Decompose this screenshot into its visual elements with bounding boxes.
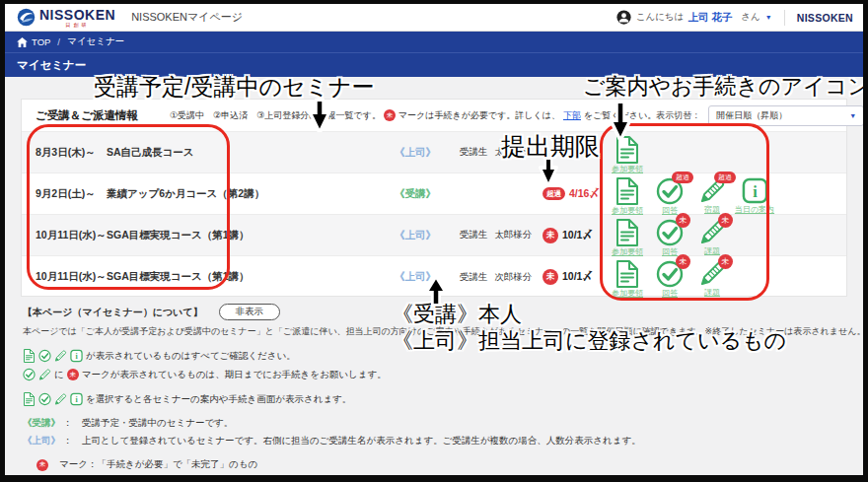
top-bar: NISSOKEN 日創研 NISSOKENマイページ こんにちは 上司 花子 さ…	[5, 4, 863, 32]
document-icon	[615, 177, 639, 205]
deadline-cell: 未 10/1〆	[542, 269, 612, 285]
pencil-icon	[54, 349, 67, 363]
kadai-pencil-icon[interactable]: 未 課題	[694, 219, 730, 257]
role-tag: 《受講》	[371, 187, 460, 201]
greeting-text: こんにちは	[636, 11, 685, 24]
logo-subtext: 日創研	[39, 23, 115, 28]
student-cell: 受講生太郎様分	[460, 146, 542, 159]
about-title: 【本ページ（マイセミナー）について】	[23, 306, 203, 319]
user-menu-caret-icon[interactable]: ▼	[765, 14, 772, 21]
mi-badge-icon: 未	[36, 459, 48, 471]
nissoken-logo[interactable]: NISSOKEN 日創研	[17, 8, 115, 28]
info-icon	[70, 392, 83, 406]
document-icon	[23, 349, 36, 363]
deadline-date: 4/16〆	[569, 187, 600, 201]
sankayoryo-doc-icon[interactable]: 参加要領	[610, 136, 645, 174]
hide-button[interactable]: 非表示	[219, 304, 281, 320]
screenshot-frame: NISSOKEN 日創研 NISSOKENマイページ こんにちは 上司 花子 さ…	[0, 0, 868, 482]
user-name: 上司 花子	[687, 11, 732, 25]
choka-badge: 超過	[542, 187, 565, 200]
legend-check-all: が表示されているものはすべてご確認ください。	[23, 349, 845, 363]
seminar-date: 10月11日(水)～	[36, 229, 107, 242]
student-cell: 受講生次郎様分	[460, 271, 542, 284]
action-icons: 参加要領 未 回答 未 課題	[610, 260, 730, 299]
choka-badge: 超過	[714, 172, 736, 183]
deadline-cell: 未 10/1〆	[542, 228, 612, 243]
action-icons: 参加要領 未 回答 未 課題	[610, 219, 730, 257]
legend-joshi: 《上司》： 上司として登録されているセミナーです。右側に担当のご受講生名が表示さ…	[23, 435, 845, 448]
deadline-date: 10/1〆	[562, 270, 593, 284]
mi-badge: 未	[542, 269, 558, 285]
seminar-table-card: ご受講＆ご派遣情報 ①受講中 ②申込済 ③上司登録分の情報一覧です。 未 マーク…	[21, 99, 847, 297]
table-note: ①受講中 ②申込済 ③上司登録分の情報一覧です。 未 マークは手続きが必要です。…	[170, 109, 656, 122]
table-row: 10月11日(水)～ SGA目標実現コース（第1講） 《上司》 受講生太郎様分 …	[22, 215, 846, 256]
legend-select-line: を選択すると各セミナーの案内や手続き画面が表示されます。	[23, 392, 845, 406]
choka-badge: 超過	[672, 172, 693, 183]
seminar-date: 9月2日(土)～	[36, 187, 107, 201]
mi-badge: 未	[676, 213, 690, 228]
document-icon	[23, 392, 36, 406]
about-text: 本ページでは「ご本人が受講予定および受講中のセミナー」と「ご派遣に伴い、担当上司…	[23, 325, 845, 338]
document-icon	[615, 219, 639, 246]
sort-dropdown[interactable]: 開催日順（昇順） ▼	[708, 105, 863, 126]
kadai-pencil-icon[interactable]: 未 課題	[694, 260, 730, 299]
logo-text: NISSOKEN	[39, 8, 115, 22]
section-title: ご受講＆ご派遣情報	[36, 108, 138, 123]
role-tag: 《上司》	[371, 146, 460, 160]
page-title: マイセミナー	[17, 58, 86, 73]
page-title-bar: マイセミナー	[5, 53, 863, 77]
sort-label: 表示切替：	[656, 109, 700, 122]
table-row: 10月11日(水)～ SGA目標実現コース（第1講） 《上司》 受講生次郎様分 …	[22, 256, 846, 298]
deadline-cell: 超過 4/16〆	[542, 187, 612, 201]
mi-badge-icon: 未	[67, 369, 79, 380]
seminar-title: 業績アップ6か月コース（第2講）	[107, 187, 371, 201]
lower-section-link[interactable]: 下部	[563, 109, 581, 122]
home-icon	[17, 37, 28, 47]
seminar-title: SGA目標実現コース（第1講）	[107, 270, 371, 284]
user-menu[interactable]: こんにちは 上司 花子 さん ▼ NISSOKEN	[616, 10, 853, 26]
table-header: ご受講＆ご派遣情報 ①受講中 ②申込済 ③上司登録分の情報一覧です。 未 マーク…	[22, 100, 846, 132]
breadcrumb-home-link[interactable]: TOP	[17, 36, 50, 47]
sankayoryo-doc-icon[interactable]: 参加要領	[610, 219, 645, 257]
mi-badge-icon: 未	[384, 109, 396, 121]
greeting-suffix: さん	[741, 11, 760, 24]
logo-swirl-icon	[17, 8, 36, 27]
legend-section: 【本ページ（マイセミナー）について】 非表示 本ページでは「ご本人が受講予定およ…	[23, 304, 845, 475]
breadcrumb: TOP / マイセミナー	[5, 32, 863, 53]
sankayoryo-doc-icon[interactable]: 参加要領	[610, 260, 645, 299]
check-circle-icon	[38, 392, 51, 406]
sort-control: 表示切替： 開催日順（昇順） ▼	[656, 105, 863, 126]
dropdown-caret-icon: ▼	[849, 112, 856, 119]
legend-mark-line: に 未 マークが表示されているものは、期日までにお手続きをお願いします。	[23, 368, 845, 381]
mi-badge: 未	[542, 228, 558, 243]
mi-badge: 未	[718, 254, 733, 269]
kaito-check-icon[interactable]: 未 回答	[652, 260, 687, 299]
document-icon	[615, 136, 639, 164]
role-tag: 《上司》	[371, 229, 460, 242]
breadcrumb-current[interactable]: マイセミナー	[67, 35, 124, 48]
pencil-icon	[54, 392, 67, 406]
seminar-title: SGA目標実現コース（第1講）	[107, 229, 371, 242]
deadline-date: 10/1〆	[562, 229, 593, 242]
legend-jukou: 《受講》： 受講予定・受講中のセミナーです。	[23, 417, 845, 430]
mi-badge: 未	[718, 213, 733, 228]
role-tag: 《上司》	[371, 270, 460, 284]
kaito-check-icon[interactable]: 未 回答	[652, 219, 687, 257]
user-avatar-icon	[616, 10, 631, 25]
pencil-icon	[38, 368, 51, 381]
document-icon	[615, 260, 639, 288]
seminar-date: 10月11日(水)～	[36, 270, 107, 284]
info-icon	[70, 349, 83, 363]
info-icon	[742, 177, 768, 204]
breadcrumb-separator: /	[57, 36, 60, 47]
mi-badge: 未	[676, 254, 690, 269]
main-content: ご受講＆ご派遣情報 ①受講中 ②申込済 ③上司登録分の情報一覧です。 未 マーク…	[5, 77, 863, 475]
check-circle-icon	[38, 349, 51, 363]
corner-brand: NISSOKEN	[797, 12, 853, 24]
table-row: 9月2日(土)～ 業績アップ6か月コース（第2講） 《受講》 超過 4/16〆 …	[22, 173, 846, 215]
seminar-date: 8月3日(木)～	[36, 146, 107, 160]
legend-mi-mark: 未 マーク：「手続きが必要」で「未完了」のもの	[36, 458, 845, 471]
browser-page: NISSOKEN 日創研 NISSOKENマイページ こんにちは 上司 花子 さ…	[5, 4, 863, 475]
seminar-title: SA自己成長コース	[107, 146, 371, 160]
app-title: NISSOKENマイページ	[131, 10, 243, 25]
